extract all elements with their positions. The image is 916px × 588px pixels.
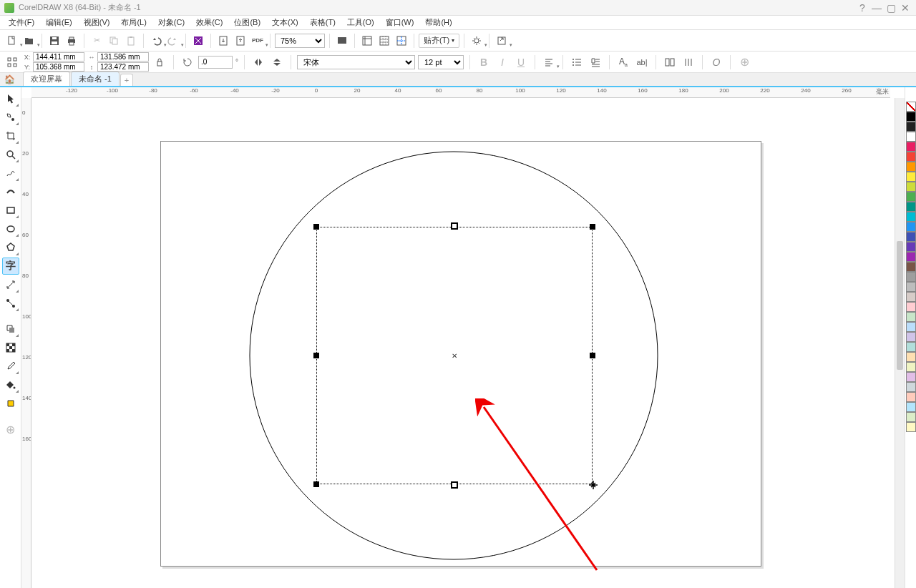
color-swatch[interactable]: [906, 322, 916, 332]
color-swatch[interactable]: [906, 212, 916, 222]
color-swatch[interactable]: [906, 392, 916, 402]
text-align-button[interactable]: [541, 54, 557, 70]
color-swatch[interactable]: [906, 372, 916, 382]
fullscreen-preview-button[interactable]: [334, 33, 350, 49]
x-position-input[interactable]: [33, 52, 84, 62]
vertical-scrollbar[interactable]: [895, 98, 905, 588]
menu-file[interactable]: 文件(F): [3, 16, 40, 29]
import-button[interactable]: [215, 33, 231, 49]
color-swatch[interactable]: [906, 422, 916, 432]
width-input[interactable]: [97, 52, 149, 62]
print-button[interactable]: [64, 33, 79, 49]
selection-handle-w[interactable]: [313, 353, 319, 358]
launch-button[interactable]: [494, 33, 510, 49]
columns-button[interactable]: [662, 54, 678, 70]
maximize-button[interactable]: ▢: [885, 3, 897, 13]
underline-button[interactable]: U: [513, 54, 529, 70]
mirror-vertical-button[interactable]: [269, 54, 285, 70]
paste-button[interactable]: [123, 33, 139, 49]
drawing-canvas[interactable]: ✕: [31, 98, 890, 588]
italic-button[interactable]: I: [494, 54, 510, 70]
color-swatch[interactable]: [906, 122, 916, 132]
selection-center-icon[interactable]: ✕: [452, 352, 457, 360]
menu-text[interactable]: 文本(X): [266, 16, 304, 29]
open-button[interactable]: [21, 33, 37, 49]
artistic-media-tool[interactable]: [2, 183, 19, 200]
color-swatch[interactable]: [906, 242, 916, 252]
drop-shadow-tool[interactable]: [2, 320, 19, 338]
menu-view[interactable]: 视图(V): [78, 16, 116, 29]
color-swatch[interactable]: [906, 262, 916, 272]
selection-handle-s[interactable]: [451, 481, 458, 489]
tab-welcome[interactable]: 欢迎屏幕: [23, 72, 70, 86]
selection-handle-n[interactable]: [451, 222, 458, 230]
selection-handle-e[interactable]: [590, 353, 595, 358]
zoom-tool[interactable]: [2, 146, 19, 163]
rotation-angle-input[interactable]: [198, 56, 233, 69]
color-swatch[interactable]: [906, 402, 916, 412]
home-icon[interactable]: 🏠: [4, 74, 15, 84]
search-content-button[interactable]: [190, 33, 206, 49]
menu-window[interactable]: 窗口(W): [380, 16, 420, 29]
polygon-tool[interactable]: [2, 239, 19, 256]
copy-button[interactable]: [106, 33, 122, 49]
color-swatch[interactable]: [906, 202, 916, 212]
parallel-dimension-tool[interactable]: [2, 276, 19, 293]
color-swatch[interactable]: [906, 282, 916, 292]
menu-help[interactable]: 帮助(H): [419, 16, 457, 29]
color-swatch[interactable]: [906, 222, 916, 232]
tab-add[interactable]: +: [120, 74, 133, 86]
vertical-ruler[interactable]: 0 20 40 60 80 100 120 140 160: [21, 98, 31, 588]
pick-tool[interactable]: [2, 90, 19, 107]
text-options-button[interactable]: O: [708, 54, 724, 70]
color-swatch[interactable]: [906, 332, 916, 342]
drop-cap-button[interactable]: [588, 54, 603, 70]
color-swatch[interactable]: [906, 112, 916, 122]
show-grid-button[interactable]: [376, 33, 392, 49]
bold-button[interactable]: B: [476, 54, 492, 70]
show-rulers-button[interactable]: [359, 33, 375, 49]
menu-tools[interactable]: 工具(O): [341, 16, 380, 29]
color-swatch[interactable]: [906, 132, 916, 142]
color-swatch[interactable]: [906, 182, 916, 192]
export-button[interactable]: [233, 33, 248, 49]
color-swatch[interactable]: [906, 342, 916, 352]
add-button[interactable]: ⊕: [736, 54, 752, 70]
color-swatch[interactable]: [906, 192, 916, 202]
redo-button[interactable]: [165, 33, 181, 49]
publish-pdf-button[interactable]: PDF: [250, 33, 265, 49]
transparency-tool[interactable]: [2, 339, 19, 356]
y-position-input[interactable]: [33, 62, 84, 72]
selection-handle-nw[interactable]: [313, 224, 319, 230]
scrollbar-thumb[interactable]: [897, 241, 903, 370]
color-swatch[interactable]: [906, 252, 916, 262]
menu-layout[interactable]: 布局(L): [115, 16, 152, 29]
no-color-swatch[interactable]: [906, 102, 916, 112]
color-swatch[interactable]: [906, 162, 916, 172]
minimize-button[interactable]: —: [870, 3, 883, 13]
height-input[interactable]: [97, 62, 149, 72]
new-button[interactable]: [4, 33, 20, 49]
font-size-select[interactable]: 12 pt: [418, 55, 464, 69]
color-swatch[interactable]: [906, 382, 916, 392]
lock-ratio-button[interactable]: [152, 54, 167, 70]
options-button[interactable]: [469, 33, 484, 49]
edit-text-button[interactable]: ab|: [634, 54, 650, 70]
font-family-select[interactable]: 宋体: [297, 55, 415, 69]
horizontal-ruler[interactable]: -120 -100 -80 -60 -40 -20 0 20 40 60 80 …: [31, 87, 890, 98]
show-guides-button[interactable]: [394, 33, 409, 49]
menu-edit[interactable]: 编辑(E): [40, 16, 78, 29]
quick-customize-button[interactable]: ⊕: [2, 421, 19, 438]
color-swatch[interactable]: [906, 412, 916, 422]
menu-effects[interactable]: 效果(C): [190, 16, 228, 29]
freehand-tool[interactable]: [2, 165, 19, 182]
smart-fill-tool[interactable]: [2, 395, 19, 412]
shape-tool[interactable]: [2, 109, 19, 126]
color-swatch[interactable]: [906, 272, 916, 282]
text-frame-button[interactable]: [681, 54, 696, 70]
ellipse-tool[interactable]: [2, 220, 19, 237]
color-swatch[interactable]: [906, 142, 916, 152]
menu-bitmap[interactable]: 位图(B): [228, 16, 266, 29]
text-tool[interactable]: 字: [2, 258, 19, 275]
eyedropper-tool[interactable]: [2, 358, 19, 375]
